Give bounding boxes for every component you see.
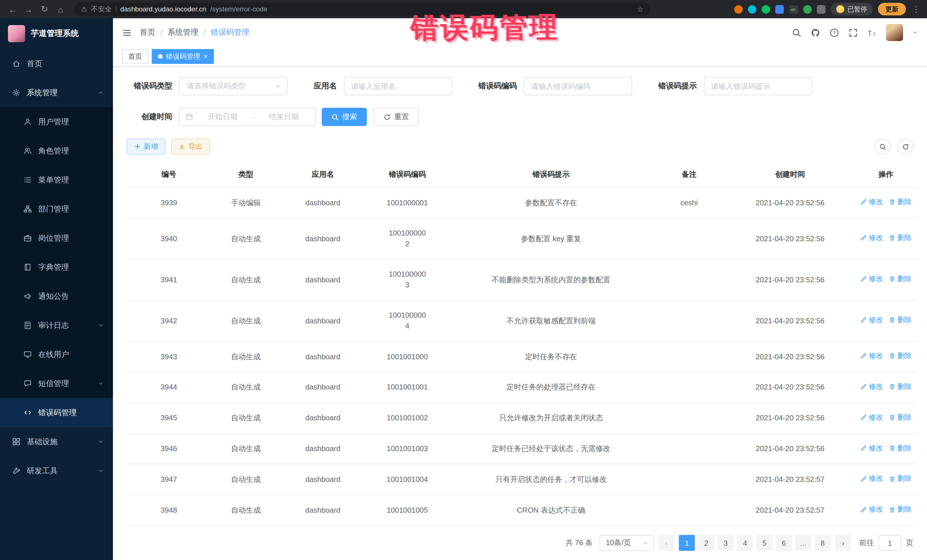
pagination-page-1[interactable]: 1 <box>679 535 695 551</box>
sidebar-item-home[interactable]: 首页 <box>0 49 113 78</box>
app-name-input[interactable] <box>344 77 452 95</box>
address-bar[interactable]: ⚠ 不安全 dashboard.yudao.iocoder.cn/system/… <box>74 2 650 16</box>
tab-error-code[interactable]: 错误码管理 × <box>152 49 214 64</box>
browser-refresh-icon[interactable]: ↻ <box>38 2 51 16</box>
profile-paused-badge[interactable]: 已暂停 <box>830 3 873 15</box>
breadcrumb-system[interactable]: 系统管理 <box>168 27 199 38</box>
extensions-puzzle-icon[interactable] <box>817 5 825 14</box>
tab-close-icon[interactable]: × <box>204 53 208 60</box>
export-button[interactable]: 导出 <box>171 138 210 155</box>
sidebar-item-dict[interactable]: 字典管理 <box>0 253 113 282</box>
cell-app: dashboard <box>281 300 365 341</box>
reset-button[interactable]: 重置 <box>374 108 419 126</box>
cell-app: dashboard <box>281 259 365 300</box>
delete-link[interactable]: 删除 <box>889 274 912 285</box>
edit-link[interactable]: 修改 <box>860 412 883 423</box>
sidebar-toggle-icon[interactable] <box>122 28 132 37</box>
search-icon[interactable] <box>792 28 801 37</box>
edit-link[interactable]: 修改 <box>860 381 883 392</box>
pagination-next-button[interactable]: › <box>835 535 851 551</box>
sidebar-item-online[interactable]: 在线用户 <box>0 340 113 369</box>
toggle-search-button[interactable] <box>874 138 891 155</box>
pagination-ellipsis[interactable]: ... <box>795 535 811 551</box>
sidebar-item-post[interactable]: 岗位管理 <box>0 223 113 253</box>
error-code-table: 编号 类型 应用名 错误码编码 错误码提示 备注 创建时间 操作 3939手动编… <box>127 162 917 526</box>
sidebar-item-infra[interactable]: 基础设施 <box>0 427 113 456</box>
edit-link[interactable]: 修改 <box>860 315 883 326</box>
sidebar-item-menu[interactable]: 菜单管理 <box>0 165 113 194</box>
delete-link[interactable]: 删除 <box>889 412 912 423</box>
chrome-update-button[interactable]: 更新 <box>878 3 906 15</box>
bookmark-star-icon[interactable]: ☆ <box>637 5 643 14</box>
pagination-page-4[interactable]: 4 <box>737 535 753 551</box>
pagination-page-5[interactable]: 5 <box>757 535 772 551</box>
delete-link[interactable]: 删除 <box>889 315 912 326</box>
fullscreen-icon[interactable] <box>848 28 858 37</box>
pagination-page-3[interactable]: 3 <box>718 535 734 551</box>
extension-icon[interactable]: on <box>789 5 798 14</box>
extension-icon[interactable] <box>775 5 784 14</box>
edit-link[interactable]: 修改 <box>860 197 883 208</box>
error-message-input[interactable] <box>704 77 812 95</box>
chrome-menu-icon[interactable]: ⋮ <box>911 5 921 14</box>
sidebar-item-system[interactable]: 系统管理 <box>0 78 113 107</box>
page-size-select[interactable]: 10条/页 <box>600 535 654 551</box>
pagination-page-8[interactable]: 8 <box>815 535 831 551</box>
filter-error-type: 错误码类型 请选择错误码类型 <box>127 77 287 95</box>
cell-id: 3945 <box>127 403 211 433</box>
error-type-select[interactable]: 请选择错误码类型 <box>179 77 287 95</box>
browser-home-icon[interactable]: ⌂ <box>54 2 67 16</box>
extension-icon[interactable] <box>748 5 756 14</box>
edit-link[interactable]: 修改 <box>860 473 883 484</box>
cell-remark <box>653 464 726 495</box>
edit-link[interactable]: 修改 <box>860 233 883 243</box>
delete-link[interactable]: 删除 <box>889 351 912 361</box>
pagination-page-6[interactable]: 6 <box>776 535 792 551</box>
extension-icon[interactable] <box>734 5 742 14</box>
help-icon[interactable]: ? <box>830 28 839 37</box>
extension-icon[interactable] <box>761 5 770 14</box>
pagination-page-2[interactable]: 2 <box>698 535 714 551</box>
refresh-table-button[interactable] <box>897 138 913 155</box>
tab-home[interactable]: 首页 <box>122 49 148 64</box>
sidebar-item-sms[interactable]: 短信管理 <box>0 369 113 398</box>
delete-link[interactable]: 删除 <box>889 443 912 454</box>
delete-link[interactable]: 删除 <box>889 233 912 243</box>
role-icon <box>23 147 32 155</box>
browser-forward-icon[interactable]: → <box>22 2 35 16</box>
paused-label: 已暂停 <box>847 5 867 14</box>
add-button[interactable]: 新增 <box>127 138 166 155</box>
goto-page-input[interactable] <box>878 535 901 551</box>
delete-link[interactable]: 删除 <box>889 504 912 515</box>
filter-label-message: 错误码提示 <box>658 81 697 91</box>
sidebar-item-tools[interactable]: 研发工具 <box>0 456 113 485</box>
sidebar-item-role[interactable]: 角色管理 <box>0 136 113 165</box>
edit-link[interactable]: 修改 <box>860 443 883 454</box>
edit-link[interactable]: 修改 <box>860 504 883 515</box>
sidebar-item-dept[interactable]: 部门管理 <box>0 194 113 223</box>
sidebar-item-notice[interactable]: 通知公告 <box>0 282 113 311</box>
edit-link[interactable]: 修改 <box>860 274 883 285</box>
browser-back-icon[interactable]: ← <box>6 2 20 16</box>
delete-link[interactable]: 删除 <box>889 473 912 484</box>
breadcrumb-home[interactable]: 首页 <box>140 27 155 38</box>
profile-emoji-icon <box>836 5 844 13</box>
pagination-prev-button[interactable]: ‹ <box>658 535 674 551</box>
table-row: 3940自动生成dashboard1001000002参数配置 key 重复20… <box>127 218 917 259</box>
search-button[interactable]: 搜索 <box>322 108 367 126</box>
app-logo[interactable]: 芋道管理系统 <box>0 18 113 49</box>
extension-icon[interactable] <box>803 5 812 14</box>
github-icon[interactable] <box>811 28 820 37</box>
user-avatar[interactable] <box>886 24 903 41</box>
sidebar-item-errorcode[interactable]: 错误码管理 <box>0 398 113 427</box>
delete-link[interactable]: 删除 <box>889 381 912 392</box>
sidebar-item-user[interactable]: 用户管理 <box>0 107 113 136</box>
font-size-icon[interactable]: TT <box>867 28 877 37</box>
sidebar-item-audit[interactable]: 审计日志 <box>0 311 113 340</box>
error-code-input[interactable] <box>524 77 632 95</box>
date-range-picker[interactable]: 开始日期 - 结束日期 <box>179 108 316 126</box>
cell-message: 不能删除类型为系统内置的参数配置 <box>450 259 653 300</box>
edit-link[interactable]: 修改 <box>860 351 883 361</box>
delete-link[interactable]: 删除 <box>889 197 912 208</box>
chevron-down-icon[interactable] <box>912 30 918 35</box>
